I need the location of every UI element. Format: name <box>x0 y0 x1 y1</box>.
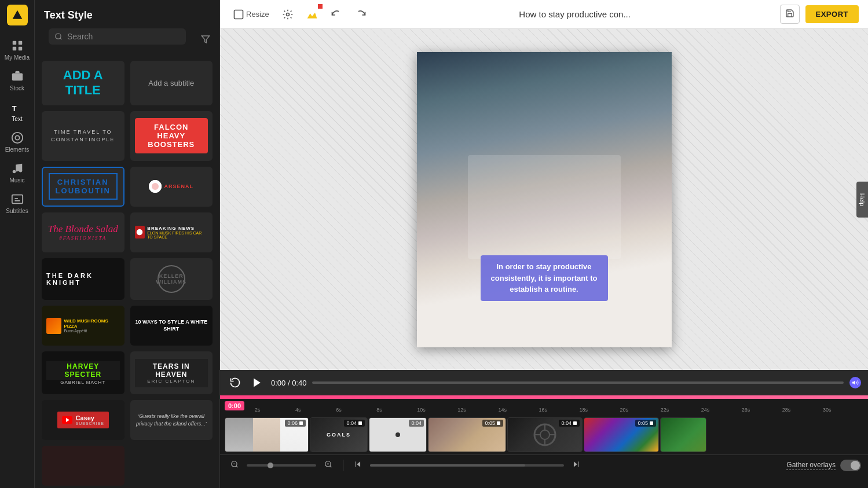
style-card-tears[interactable]: TEARS IN HEAVEN ERIC CLAPTON <box>130 351 213 394</box>
replay-button[interactable] <box>227 375 243 391</box>
gather-overlays-label[interactable]: Gather overlays <box>786 461 836 470</box>
notification-dot: · <box>318 4 323 9</box>
help-tab[interactable]: Help <box>856 181 868 218</box>
zoom-out-button[interactable] <box>227 459 242 472</box>
falcon-label: FALCON HEAVYBOOSTERS <box>135 118 208 153</box>
clip-2[interactable]: GOALS 0:04 <box>310 417 368 452</box>
ruler-mark-28s: 28s <box>782 407 823 413</box>
progress-bar[interactable] <box>312 381 844 384</box>
canvas-area: In order to stay productive consistently… <box>220 29 868 370</box>
sidebar-item-stock[interactable]: Stock <box>0 65 34 96</box>
svg-marker-0 <box>12 10 22 19</box>
clip-3[interactable]: 0:04 <box>369 417 427 452</box>
sidebar-item-my-media[interactable]: My Media <box>0 35 34 65</box>
text-style-panel: Text Style ADD A TITLE Add a subtitle TI… <box>35 0 220 488</box>
redo-button[interactable] <box>351 5 370 24</box>
settings-button[interactable] <box>279 5 297 24</box>
zoom-in-button[interactable] <box>321 459 336 472</box>
video-frame: In order to stay productive consistently… <box>417 52 672 347</box>
export-button[interactable]: EXPORT <box>805 5 859 23</box>
svg-point-10 <box>15 135 19 140</box>
style-card-arsenal[interactable]: ARSENAL <box>130 167 213 207</box>
filter-button[interactable] <box>199 32 213 48</box>
resize-button[interactable]: Resize <box>229 5 273 24</box>
sidebar-item-text[interactable]: T Text <box>0 96 34 127</box>
style-card-time-travel[interactable]: TIME TRAVEL TOCONSTANTINOPLE <box>42 111 124 161</box>
topbar: Resize · How to stay productive con... E… <box>220 0 868 29</box>
ruler-mark-6s: 6s <box>336 407 376 413</box>
sidebar: My Media Stock T Text Elements Music Sub… <box>0 0 35 488</box>
play-icon <box>251 377 263 388</box>
search-bar <box>49 28 186 45</box>
style-card-harvey[interactable]: HARVEY SPECTER GABRIEL MACHT <box>42 351 124 394</box>
svg-rect-27 <box>497 421 500 425</box>
undo-button[interactable] <box>327 5 346 24</box>
style-card-quote[interactable]: 'Guests really like the overall privacy … <box>130 400 213 440</box>
skip-start-button[interactable] <box>350 459 365 472</box>
style-card-christian[interactable]: CHRISTIANLOUBOUTIN <box>42 167 124 207</box>
christian-label: CHRISTIANLOUBOUTIN <box>56 178 111 195</box>
style-card-breaking[interactable]: BREAKING NEWS ELON MUSK FIRES HIS CAR TO… <box>130 212 213 252</box>
play-button[interactable] <box>249 375 265 391</box>
ruler-mark-20s: 20s <box>620 407 661 413</box>
timeline-scrollbar[interactable] <box>370 464 564 467</box>
sidebar-item-music[interactable]: Music <box>0 157 34 188</box>
style-card-falcon[interactable]: FALCON HEAVYBOOSTERS <box>130 111 213 161</box>
save-button[interactable] <box>780 5 800 24</box>
clip-1[interactable]: 0:06 <box>225 417 309 452</box>
style-card-blonde[interactable]: The Blonde Salad #FASHIONISTA <box>42 212 124 252</box>
style-card-keller[interactable]: KELLER WILLIAMS <box>130 258 213 300</box>
svg-rect-26 <box>358 421 362 425</box>
gather-overlays-toggle[interactable] <box>840 460 861 471</box>
style-card-mushroom[interactable]: WILD MUSHROOMS PIZZA Buon Appétit <box>42 306 124 346</box>
resize-icon <box>233 9 244 20</box>
volume-icon <box>852 379 859 386</box>
clip-icon <box>358 421 362 425</box>
search-input[interactable] <box>67 32 180 41</box>
add-title-label: ADD A TITLE <box>46 68 120 98</box>
sidebar-item-subtitles[interactable]: Subtitles <box>0 188 34 219</box>
mushroom-label: WILD MUSHROOMS PIZZA Buon Appétit <box>46 318 120 334</box>
style-card-dark-knight[interactable]: THE DARK KNIGHT <box>42 258 124 300</box>
time-travel-label: TIME TRAVEL TOCONSTANTINOPLE <box>51 129 115 143</box>
ruler-mark-10s: 10s <box>417 407 457 413</box>
clip-icon <box>299 421 303 425</box>
zoom-slider[interactable] <box>247 464 316 467</box>
style-card-casey[interactable]: Casey SUBSCRIBE <box>42 400 124 440</box>
dark-knight-label: THE DARK KNIGHT <box>46 272 120 286</box>
zoom-thumb[interactable] <box>268 463 273 468</box>
sidebar-item-elements[interactable]: Elements <box>0 127 34 157</box>
subtitle-overlay[interactable]: In order to stay productive consistently… <box>481 255 608 301</box>
breaking-icon <box>135 226 145 239</box>
svg-rect-3 <box>12 47 16 50</box>
player-time: 0:00 / 0:40 <box>271 379 306 387</box>
clip-4[interactable]: 0:05 <box>428 417 506 452</box>
project-title: How to stay productive con... <box>377 9 773 19</box>
clip-icon <box>649 421 654 425</box>
resize-label: Resize <box>246 10 269 19</box>
ruler-mark-12s: 12s <box>457 407 498 413</box>
svg-point-18 <box>137 229 143 236</box>
app-logo[interactable] <box>7 5 28 25</box>
style-card-extra[interactable] <box>42 446 124 486</box>
skip-end-button[interactable] <box>569 459 584 472</box>
style-card-10ways[interactable]: 10 WAYS TO STYLE A WHITE SHIRT <box>130 306 213 346</box>
style-card-add-title[interactable]: ADD A TITLE <box>42 61 124 105</box>
svg-point-22 <box>286 13 289 16</box>
ruler-mark-4s: 4s <box>295 407 336 413</box>
crown-button[interactable]: · <box>303 5 321 24</box>
breaking-label: BREAKING NEWS <box>147 226 208 231</box>
keller-circle: KELLER WILLIAMS <box>158 265 185 293</box>
redo-icon <box>355 9 367 20</box>
svg-point-29 <box>540 430 550 439</box>
svg-point-9 <box>12 133 22 143</box>
clip-7[interactable] <box>660 417 706 452</box>
undo-icon <box>331 9 342 20</box>
clip-6[interactable]: 0:05 <box>584 417 659 452</box>
clip-5[interactable]: 0:04 <box>507 417 583 452</box>
style-card-subtitle[interactable]: Add a subtitle <box>130 61 213 105</box>
clip-icon <box>573 421 577 425</box>
svg-marker-23 <box>254 379 261 387</box>
player-bar: 0:00 / 0:40 <box>220 370 868 395</box>
volume-button[interactable] <box>849 377 861 388</box>
